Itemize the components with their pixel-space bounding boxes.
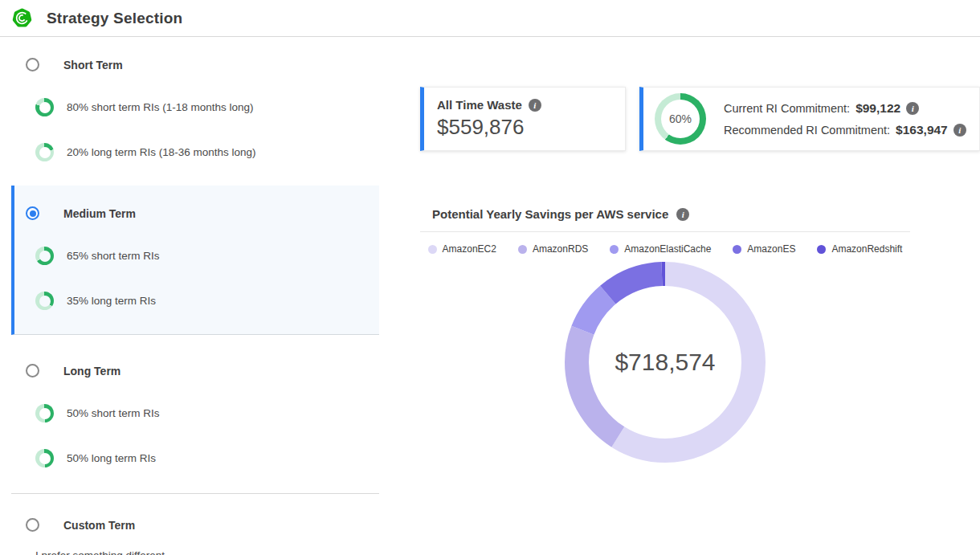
percent-ring-icon <box>35 404 54 422</box>
main-content: All Time Waste $559,876 60% Current RI C… <box>420 37 980 463</box>
legend-dot-icon <box>733 245 741 254</box>
info-icon[interactable] <box>906 102 919 115</box>
custom-term-radio[interactable] <box>26 518 39 532</box>
commitment-gauge-value: 60% <box>661 100 700 138</box>
strategy-option-medium-term: Medium Term 65% short term RIs 35% long … <box>11 186 379 335</box>
page-title: Strategy Selection <box>47 10 182 27</box>
strategy-list: Short Term 80% short term RIs (1-18 mont… <box>11 37 379 555</box>
legend-dot-icon <box>518 245 527 254</box>
medium-term-radio[interactable] <box>26 206 39 220</box>
short-term-radio[interactable] <box>26 58 39 71</box>
medium-term-sub-option: 35% long term RIs <box>14 292 379 310</box>
legend-item-amazonredshift[interactable]: AmazonRedshift <box>817 243 902 255</box>
long-term-radio[interactable] <box>26 364 39 377</box>
long-term-sub-option: 50% long term RIs <box>14 449 379 467</box>
current-ri-commitment-value: $99,122 <box>855 101 900 116</box>
sub-option-label: 35% long term RIs <box>67 295 156 307</box>
short-term-sub-option: 20% long term RIs (18-36 months long) <box>14 143 379 161</box>
donut-chart[interactable]: $718,574 <box>565 262 766 463</box>
strategy-option-long-term: Long Term 50% short term RIs 50% long te… <box>11 335 379 492</box>
sub-option-label: 50% short term RIs <box>67 407 160 419</box>
custom-term-description: I prefer something different <box>14 549 379 555</box>
summary-cards-row: All Time Waste $559,876 60% Current RI C… <box>420 87 980 151</box>
percent-ring-icon <box>35 143 54 161</box>
legend-item-amazonelasticache[interactable]: AmazonElastiCache <box>610 243 711 255</box>
recommended-ri-commitment-value: $163,947 <box>896 123 948 137</box>
all-time-waste-card: All Time Waste $559,876 <box>420 87 626 151</box>
short-term-label: Short Term <box>63 59 123 71</box>
recommended-ri-commitment-label: Recommended RI Commitment: <box>724 124 890 137</box>
legend-dot-icon <box>817 245 826 254</box>
info-icon[interactable] <box>953 124 966 137</box>
legend-item-amazonrds[interactable]: AmazonRDS <box>518 243 588 255</box>
percent-ring-icon <box>35 449 54 467</box>
sub-option-label: 65% short term RIs <box>67 250 160 262</box>
savings-chart-card: Potential Yearly Savings per AWS service… <box>420 207 910 463</box>
cloudcheckr-logo-icon <box>11 7 33 29</box>
legend-label: AmazonES <box>747 243 795 255</box>
short-term-radio-row[interactable]: Short Term <box>14 58 379 71</box>
long-term-label: Long Term <box>63 365 120 377</box>
percent-ring-icon <box>35 247 54 265</box>
current-ri-commitment-row: Current RI Commitment: $99,122 <box>724 101 966 116</box>
long-term-sub-option: 50% short term RIs <box>14 404 379 422</box>
legend-label: AmazonRedshift <box>831 243 902 255</box>
sub-option-label: 80% short term RIs (1-18 months long) <box>67 101 254 113</box>
long-term-radio-row[interactable]: Long Term <box>14 364 379 377</box>
legend-item-amazonec2[interactable]: AmazonEC2 <box>428 243 496 255</box>
legend-dot-icon <box>428 245 437 254</box>
medium-term-radio-row[interactable]: Medium Term <box>14 206 379 220</box>
ri-commitment-card: 60% Current RI Commitment: $99,122 Recom… <box>639 87 980 151</box>
legend-item-amazones[interactable]: AmazonES <box>733 243 795 255</box>
app-header: Strategy Selection <box>0 0 980 37</box>
chart-legend: AmazonEC2AmazonRDSAmazonElastiCacheAmazo… <box>420 243 910 255</box>
legend-label: AmazonRDS <box>533 243 588 255</box>
custom-term-label: Custom Term <box>63 519 135 532</box>
percent-ring-icon <box>35 98 54 116</box>
strategy-option-short-term: Short Term 80% short term RIs (1-18 mont… <box>11 37 379 186</box>
all-time-waste-label: All Time Waste <box>437 98 522 112</box>
medium-term-sub-option: 65% short term RIs <box>14 247 379 265</box>
commitment-gauge: 60% <box>655 93 706 145</box>
percent-ring-icon <box>35 292 54 310</box>
medium-term-label: Medium Term <box>63 207 136 220</box>
info-icon[interactable] <box>676 208 689 221</box>
divider <box>420 231 910 232</box>
recommended-ri-commitment-row: Recommended RI Commitment: $163,947 <box>724 123 966 137</box>
sub-option-label: 20% long term RIs (18-36 months long) <box>67 146 256 158</box>
chart-title: Potential Yearly Savings per AWS service <box>432 207 668 221</box>
legend-label: AmazonEC2 <box>443 243 496 255</box>
strategy-option-custom-term: Custom Term I prefer something different <box>11 494 379 555</box>
legend-dot-icon <box>610 245 619 254</box>
all-time-waste-value: $559,876 <box>437 115 612 140</box>
short-term-sub-option: 80% short term RIs (1-18 months long) <box>14 98 379 116</box>
info-icon[interactable] <box>529 99 541 112</box>
custom-term-radio-row[interactable]: Custom Term <box>14 518 379 532</box>
current-ri-commitment-label: Current RI Commitment: <box>724 102 850 115</box>
legend-label: AmazonElastiCache <box>624 243 711 255</box>
sub-option-label: 50% long term RIs <box>67 452 156 464</box>
